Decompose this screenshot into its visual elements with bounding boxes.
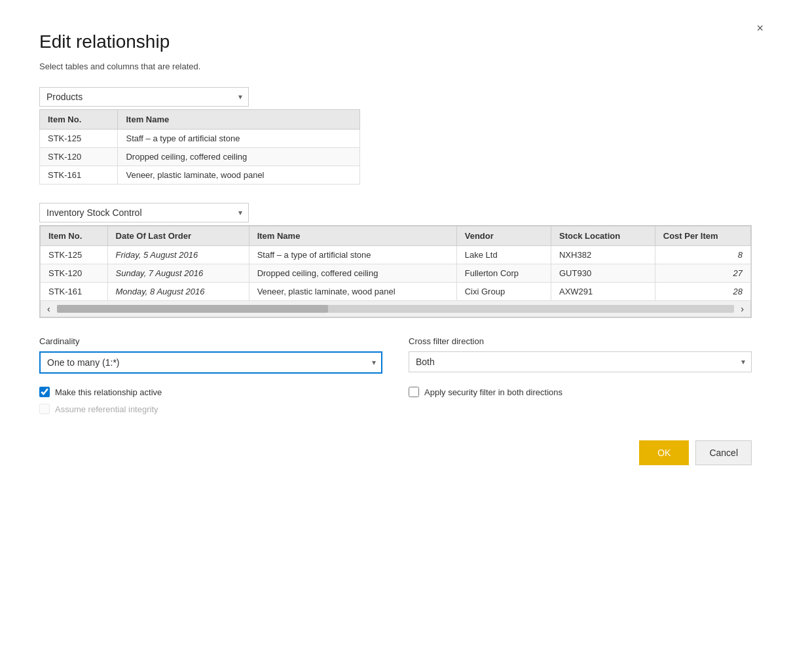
table2-col-stock-location: Stock Location (551, 226, 655, 246)
security-filter-checkbox-row: Apply security filter in both directions (409, 387, 752, 397)
dialog-title: Edit relationship (39, 31, 752, 52)
cardinality-select[interactable]: One to many (1:*)Many to one (*:1)One to… (39, 351, 382, 374)
cell-vendor: Fullerton Corp (456, 264, 551, 283)
cell-item-name: Staff – a type of artificial stone (249, 246, 456, 264)
cell-item-name: Staff – a type of artificial stone (118, 130, 360, 148)
cell-stock-location: AXW291 (551, 283, 655, 301)
scroll-left-arrow[interactable]: ‹ (43, 302, 54, 315)
security-filter-checkbox-label: Apply security filter in both directions (424, 387, 562, 397)
cell-date: Sunday, 7 August 2016 (107, 264, 249, 283)
cell-vendor: Lake Ltd (456, 246, 551, 264)
table1-select[interactable]: Products (39, 87, 249, 107)
cell-item-no: STK-125 (40, 130, 118, 148)
table2-section: Inventory Stock Control Item No. Date Of… (39, 203, 752, 318)
ok-button[interactable]: OK (639, 440, 689, 465)
cell-cost: 27 (655, 264, 750, 283)
table2-select[interactable]: Inventory Stock Control (39, 203, 249, 222)
table2-header-row: Item No. Date Of Last Order Item Name Ve… (41, 226, 751, 246)
table-row: STK-120Dropped ceiling, coffered ceiling (40, 148, 360, 166)
cell-item-name: Dropped ceiling, coffered ceiling (249, 264, 456, 283)
close-button[interactable]: × (751, 20, 769, 37)
cancel-button[interactable]: Cancel (695, 440, 752, 465)
table2-container: Item No. Date Of Last Order Item Name Ve… (39, 225, 752, 318)
checkboxes-left: Make this relationship active Assume ref… (39, 387, 382, 421)
cardinality-select-wrapper: One to many (1:*)Many to one (*:1)One to… (39, 351, 382, 374)
table1-container: Item No. Item Name STK-125Staff – a type… (39, 109, 360, 185)
cross-filter-select[interactable]: BothSingle (409, 351, 752, 372)
referential-checkbox[interactable] (39, 404, 50, 414)
cell-item-no: STK-161 (40, 166, 118, 185)
cell-stock-location: NXH382 (551, 246, 655, 264)
active-checkbox-label: Make this relationship active (55, 387, 162, 397)
cell-cost: 28 (655, 283, 750, 301)
table2-scrollbar[interactable]: ‹ › (40, 301, 751, 317)
table2-col-vendor: Vendor (456, 226, 551, 246)
cross-filter-label: Cross filter direction (409, 336, 752, 346)
cell-item-name: Dropped ceiling, coffered ceiling (118, 148, 360, 166)
table-row: STK-125Staff – a type of artificial ston… (40, 130, 360, 148)
cell-vendor: Cixi Group (456, 283, 551, 301)
cell-cost: 8 (655, 246, 750, 264)
table-row: STK-120Sunday, 7 August 2016Dropped ceil… (41, 264, 751, 283)
table1-select-wrapper: Products (39, 87, 249, 107)
cell-item-no: STK-120 (40, 148, 118, 166)
checkboxes-right: Apply security filter in both directions (409, 387, 752, 421)
referential-checkbox-row: Assume referential integrity (39, 404, 382, 414)
table2: Item No. Date Of Last Order Item Name Ve… (40, 226, 751, 301)
security-filter-checkbox[interactable] (409, 387, 419, 397)
scroll-thumb (57, 305, 328, 313)
table1-section: Products Item No. Item Name STK-125Staff… (39, 87, 752, 185)
table2-col-cost: Cost Per Item (655, 226, 750, 246)
table2-col-date: Date Of Last Order (107, 226, 249, 246)
table-row: STK-125Friday, 5 August 2016Staff – a ty… (41, 246, 751, 264)
cross-filter-select-wrapper: BothSingle (409, 351, 752, 372)
cell-item-name: Veneer, plastic laminate, wood panel (118, 166, 360, 185)
table2-select-wrapper: Inventory Stock Control (39, 203, 249, 222)
cell-stock-location: GUT930 (551, 264, 655, 283)
cell-item-no: STK-125 (41, 246, 108, 264)
scroll-track[interactable] (57, 305, 735, 313)
active-checkbox-row: Make this relationship active (39, 387, 382, 397)
cell-date: Friday, 5 August 2016 (107, 246, 249, 264)
scroll-right-arrow[interactable]: › (737, 302, 748, 315)
table1-col-item-name: Item Name (118, 110, 360, 130)
checkboxes-section: Make this relationship active Assume ref… (39, 387, 752, 421)
cell-item-no: STK-120 (41, 264, 108, 283)
cell-item-no: STK-161 (41, 283, 108, 301)
table1-header-row: Item No. Item Name (40, 110, 360, 130)
table2-col-item-no: Item No. (41, 226, 108, 246)
dialog-subtitle: Select tables and columns that are relat… (39, 62, 752, 71)
buttons-row: OK Cancel (39, 440, 752, 465)
active-checkbox[interactable] (39, 387, 50, 397)
table-row: STK-161Veneer, plastic laminate, wood pa… (40, 166, 360, 185)
referential-checkbox-label: Assume referential integrity (55, 404, 158, 414)
cell-date: Monday, 8 August 2016 (107, 283, 249, 301)
cardinality-group: Cardinality One to many (1:*)Many to one… (39, 336, 382, 374)
cardinality-label: Cardinality (39, 336, 382, 346)
edit-relationship-dialog: × Edit relationship Select tables and co… (16, 13, 775, 486)
cell-item-name: Veneer, plastic laminate, wood panel (249, 283, 456, 301)
controls-row: Cardinality One to many (1:*)Many to one… (39, 336, 752, 374)
cross-filter-group: Cross filter direction BothSingle (409, 336, 752, 372)
table1: Item No. Item Name STK-125Staff – a type… (39, 109, 360, 185)
table1-col-item-no: Item No. (40, 110, 118, 130)
table-row: STK-161Monday, 8 August 2016Veneer, plas… (41, 283, 751, 301)
table2-col-item-name: Item Name (249, 226, 456, 246)
